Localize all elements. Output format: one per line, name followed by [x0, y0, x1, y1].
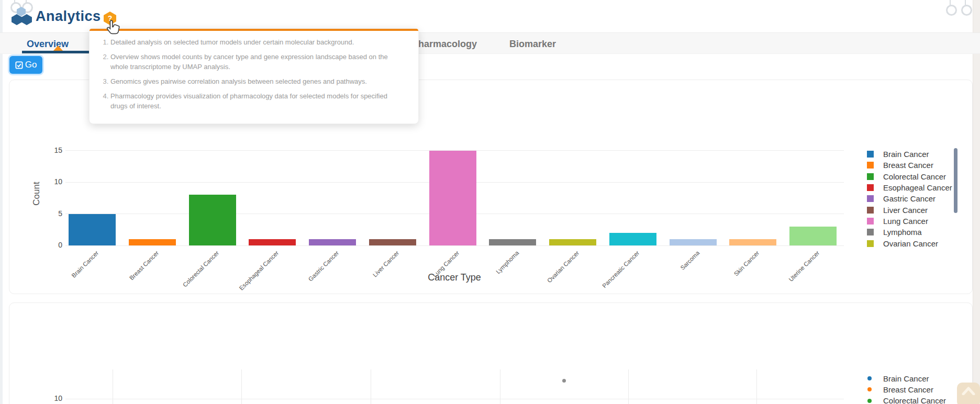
y-tick-label: 0 [40, 241, 62, 249]
legend-label: Esophageal Cancer [883, 183, 952, 192]
legend-label: Lung Cancer [883, 217, 928, 226]
chevron-up-icon [962, 387, 975, 395]
bar-lymphoma[interactable] [489, 239, 536, 245]
legend-dot [867, 387, 872, 391]
legend-label: Colorectal Cancer [883, 172, 946, 181]
legend-label: Breast Cancer [883, 161, 933, 170]
legend-label: Brain Cancer [883, 150, 929, 159]
active-tab-caret-icon [53, 46, 63, 51]
y-tick-label: 15 [40, 146, 62, 154]
legend-item-ovarian-cancer[interactable]: Ovarian Cancer [864, 238, 938, 248]
legend-scrollbar-thumb[interactable] [954, 148, 957, 213]
go-button-label: Go [25, 60, 37, 70]
legend-dot [867, 399, 872, 403]
legend-swatch [867, 207, 874, 214]
help-item: Overview shows model counts by cancer ty… [110, 52, 405, 72]
scroll-to-top-button[interactable] [957, 383, 980, 404]
legend-item-gastric-cancer[interactable]: Gastric Cancer [864, 193, 936, 204]
legend-label: Colorectal Cancer [883, 396, 946, 404]
check-square-icon [15, 61, 23, 69]
bar-esophageal-cancer[interactable] [249, 239, 296, 245]
legend-swatch [867, 173, 874, 180]
legend-swatch [867, 218, 874, 225]
legend-label: Liver Cancer [883, 206, 928, 215]
tab-biomarker[interactable]: Biomarker [509, 39, 556, 50]
bar-brain-cancer[interactable] [69, 214, 116, 245]
bar-ovarian-cancer[interactable] [549, 239, 596, 245]
page-title: Analytics [36, 8, 101, 25]
legend-item-breast-cancer[interactable]: Breast Cancer [864, 160, 933, 171]
analytics-page: Analytics ? Overview Pharmacology Biomar… [0, 0, 980, 404]
legend-item-breast-cancer[interactable]: Breast Cancer [865, 384, 933, 395]
h-gridline [65, 399, 844, 399]
y-tick-label: 10 [40, 177, 62, 186]
legend-item-liver-cancer[interactable]: Liver Cancer [864, 205, 928, 216]
legend-label: Ovarian Cancer [883, 239, 938, 248]
help-item: Detailed analysis on selected tumor mode… [110, 37, 405, 47]
legend-label: Lymphoma [883, 228, 922, 237]
help-list: Detailed analysis on selected tumor mode… [90, 37, 418, 111]
legend-item-lung-cancer[interactable]: Lung Cancer [864, 216, 928, 227]
legend-item-esophageal-cancer[interactable]: Esophageal Cancer [864, 182, 952, 193]
scatter-point[interactable] [562, 379, 566, 383]
y-tick-label: 10 [40, 394, 62, 402]
bar-uterine-cancer[interactable] [789, 227, 837, 245]
browser-scrollbar-track[interactable] [973, 0, 980, 404]
bar-sarcoma[interactable] [670, 239, 717, 245]
legend-item-brain-cancer[interactable]: Brain Cancer [864, 149, 929, 160]
legend-swatch [867, 240, 874, 247]
bar-gastric-cancer[interactable] [309, 239, 356, 245]
legend-item-colorectal-cancer[interactable]: Colorectal Cancer [865, 396, 946, 404]
bar-breast-cancer[interactable] [129, 239, 176, 245]
legend-dot [867, 376, 872, 380]
bar-pancreatic-cancer[interactable] [609, 233, 656, 245]
logo-hexagon-icon [12, 14, 22, 25]
legend-label: Gastric Cancer [883, 194, 936, 203]
legend-item-lymphoma[interactable]: Lymphoma [864, 227, 922, 238]
legend-label: Breast Cancer [883, 385, 933, 394]
tab-pharmacology[interactable]: Pharmacology [412, 39, 477, 50]
y-tick-label: 5 [40, 209, 62, 218]
logo-hexagon-icon [21, 14, 32, 25]
legend-swatch [867, 229, 874, 235]
legend-swatch [867, 151, 874, 158]
bar-liver-cancer[interactable] [369, 239, 416, 245]
scatter-chart-card [9, 302, 973, 404]
page-left-edge [0, 0, 3, 404]
ornament-ring-icon [961, 5, 972, 16]
help-item: Genomics gives pairwise correlation anal… [110, 76, 405, 86]
go-button[interactable]: Go [9, 56, 42, 74]
bar-colorectal-cancer[interactable] [189, 195, 236, 245]
help-item: Pharmacology provides visualization of p… [110, 91, 405, 111]
bar-skin-cancer[interactable] [729, 239, 776, 245]
chart-legend: Brain CancerBreast CancerColorectal Canc… [864, 149, 956, 248]
legend-swatch [867, 195, 874, 202]
legend-item-colorectal-cancer[interactable]: Colorectal Cancer [864, 171, 946, 182]
ornament-ring-icon [946, 5, 957, 16]
popover-accent-bar [90, 29, 418, 31]
help-popover: Detailed analysis on selected tumor mode… [89, 28, 419, 124]
legend-item-brain-cancer[interactable]: Brain Cancer [865, 373, 929, 384]
active-tab-underline [22, 51, 93, 53]
bar-lung-cancer[interactable] [429, 151, 476, 245]
legend-label: Brain Cancer [883, 374, 929, 383]
mouse-cursor-hand-icon [106, 19, 121, 38]
legend-swatch [867, 184, 874, 191]
legend-swatch [867, 162, 874, 169]
